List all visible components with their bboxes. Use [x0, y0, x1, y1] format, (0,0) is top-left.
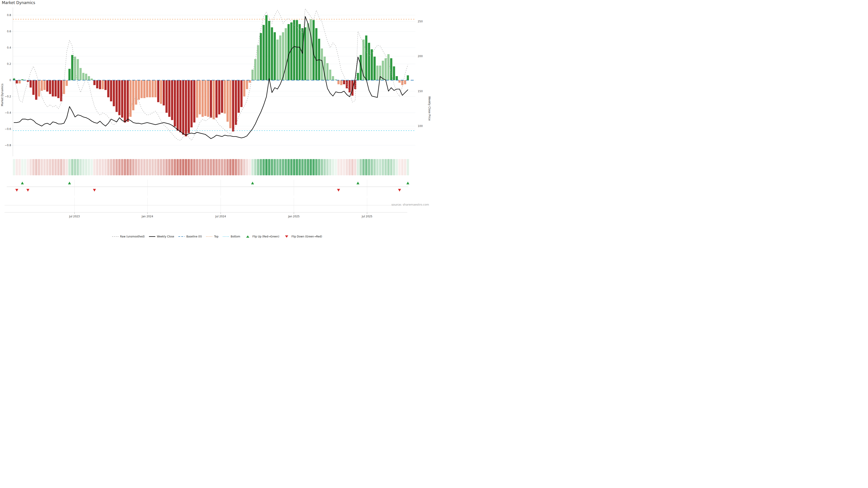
- heatmap-cell: [362, 159, 365, 175]
- oscillator-bar: [301, 28, 304, 80]
- legend-label: Weekly Close: [157, 235, 174, 238]
- heatmap-cell: [113, 159, 115, 175]
- heatmap-cell: [116, 159, 118, 175]
- heatmap-cell: [129, 159, 131, 175]
- oscillator-bar: [63, 80, 65, 94]
- left-axis-title: Market Dynamics: [1, 84, 4, 106]
- heatmap-cell: [99, 159, 101, 175]
- oscillator-bar: [199, 80, 201, 114]
- oscillator-bar: [107, 80, 110, 97]
- oscillator-bar: [138, 80, 140, 100]
- heatmap-cell: [260, 159, 262, 175]
- oscillator-bar: [263, 25, 265, 80]
- oscillator-bar: [362, 39, 365, 80]
- left-axis: 0.80.60.40.20−0.2−0.4−0.6−0.8Market Dyna…: [1, 7, 13, 156]
- oscillator-bar: [132, 80, 134, 110]
- oscillator-bar: [299, 24, 301, 80]
- flip-down-marker: [26, 189, 29, 192]
- legend-item-top: Top: [206, 235, 218, 238]
- heatmap-cell: [63, 159, 65, 175]
- heatmap-cell: [390, 159, 393, 175]
- heatmap-cell: [348, 159, 351, 175]
- oscillator-bar: [215, 80, 218, 118]
- heatmap-cell: [88, 159, 90, 175]
- heatmap-cell: [299, 159, 301, 175]
- heatmap-cell: [85, 159, 87, 175]
- heatmap-cell: [393, 159, 395, 175]
- heatmap-cell: [30, 159, 32, 175]
- heatmap-cell: [379, 159, 381, 175]
- oscillator-bar: [196, 80, 198, 118]
- heatmap-cell: [221, 159, 223, 175]
- heatmap-cell: [213, 159, 215, 175]
- heatmap-cell: [223, 159, 226, 175]
- heatmap-cell: [235, 159, 237, 175]
- oscillator-bar: [396, 76, 398, 80]
- oscillator-bar: [96, 80, 98, 88]
- heatmap-cell: [335, 159, 337, 175]
- heatmap-cell: [135, 159, 137, 175]
- oscillator-bars: [13, 15, 409, 136]
- heatmap-cell: [287, 159, 290, 175]
- heatmap-cell: [132, 159, 134, 175]
- oscillator-bar: [257, 45, 259, 80]
- heatmap-cell: [165, 159, 168, 175]
- heatmap-cell: [382, 159, 384, 175]
- heatmap-cell: [243, 159, 245, 175]
- oscillator-bar: [99, 80, 101, 89]
- svg-text:Jan 2024: Jan 2024: [142, 215, 153, 218]
- heatmap-cell: [38, 159, 40, 175]
- market-dynamics-page: Market Dynamics 0.80.60.40.20−0.2−0.4−0.…: [0, 0, 434, 244]
- oscillator-bar: [49, 80, 51, 94]
- oscillator-bar: [332, 76, 334, 80]
- heatmap-cell: [41, 159, 43, 175]
- oscillator-bar: [407, 75, 409, 80]
- heatmap-cell: [315, 159, 317, 175]
- oscillator-bar: [38, 80, 40, 96]
- heatmap-cell: [210, 159, 212, 175]
- heatmap-cell: [171, 159, 173, 175]
- oscillator-bar: [357, 73, 359, 80]
- heatmap-cell: [365, 159, 367, 175]
- heatmap-cell: [55, 159, 57, 175]
- dashed-line-icon: [112, 235, 119, 238]
- heatmap-cell: [310, 159, 312, 175]
- heatmap-cell: [68, 159, 70, 175]
- heatmap-cell: [293, 159, 295, 175]
- oscillator-bar: [382, 61, 384, 80]
- oscillator-bar: [338, 80, 340, 84]
- oscillator-bar: [210, 80, 212, 118]
- svg-text:150: 150: [418, 90, 423, 93]
- svg-text:−0.4: −0.4: [5, 111, 11, 114]
- oscillator-bar: [102, 80, 104, 89]
- heatmap-cell: [157, 159, 159, 175]
- heatmap-cell: [226, 159, 229, 175]
- heatmap-cell: [154, 159, 157, 175]
- heatmap-cell: [360, 159, 362, 175]
- oscillator-bar: [229, 80, 231, 128]
- heatmap-cell: [265, 159, 268, 175]
- heatmap-cell: [401, 159, 403, 175]
- svg-text:0.6: 0.6: [7, 30, 11, 33]
- heatmap-cell: [102, 159, 104, 175]
- heatmap-cell: [46, 159, 49, 175]
- heatmap-cell: [199, 159, 201, 175]
- heatmap-cell: [343, 159, 345, 175]
- legend-label: Flip Down (Green→Red): [291, 235, 322, 238]
- oscillator-bar: [32, 80, 35, 95]
- heatmap-cell: [271, 159, 273, 175]
- legend-label: Bottom: [231, 235, 240, 238]
- oscillator-bar: [135, 80, 137, 105]
- oscillator-bar: [85, 74, 87, 80]
- oscillator-bar: [168, 80, 170, 117]
- right-axis-title: Weekly Close Price: [428, 96, 431, 121]
- heatmap-cell: [124, 159, 126, 175]
- heatmap-cell: [76, 159, 79, 175]
- svg-text:−0.8: −0.8: [5, 144, 11, 147]
- heatmap-cell: [162, 159, 165, 175]
- heatmap-cell: [285, 159, 287, 175]
- heatmap-cell: [18, 159, 21, 175]
- heatmap-cell: [204, 159, 207, 175]
- heatmap-cell: [21, 159, 24, 175]
- oscillator-bar: [307, 23, 309, 80]
